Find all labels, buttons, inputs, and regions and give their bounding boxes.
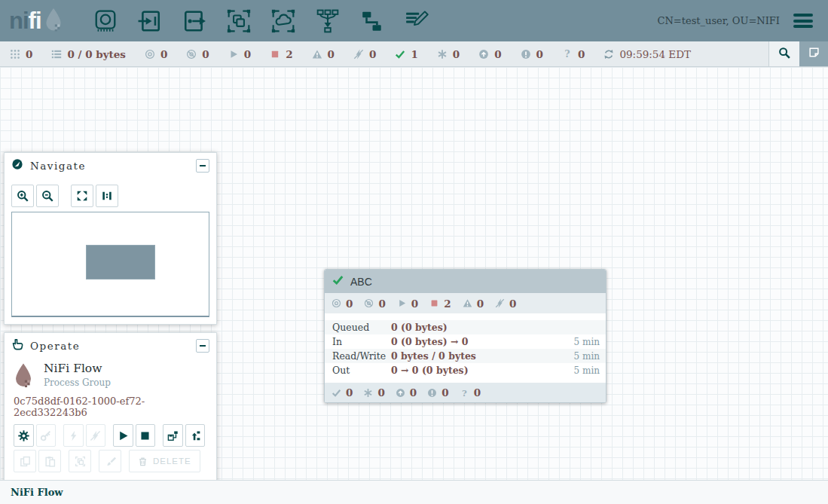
up-to-date-count: 1 [411,48,417,60]
status-stale: 0 [478,48,501,60]
upload-template-button[interactable] [185,424,206,447]
pg-row-queued: Queued 0 (0 bytes) [325,320,606,334]
group-button[interactable] [69,450,91,472]
bulletin-board-toggle[interactable] [799,41,828,66]
compass-icon [11,158,23,173]
in-value: 0 (0 bytes) → 0 [391,336,567,347]
zoom-out-button[interactable] [36,185,59,207]
refresh-icon[interactable] [603,49,614,60]
status-queued: 0 / 0 bytes [51,48,126,60]
disable-button[interactable] [86,424,106,447]
status-locally-modified: 0 [437,48,460,60]
input-port-icon[interactable] [138,9,162,33]
flow-canvas[interactable]: Navigate Operate NiF [0,67,828,480]
check-icon [332,388,341,398]
last-refresh-time: 09:59:54 EDT [619,48,691,60]
nifi-logo: nifi [9,8,63,35]
stop-button[interactable] [136,424,156,447]
status-disabled: 0 [353,48,376,60]
logo-text-fi: fi [29,9,41,32]
status-items: 0 0 / 0 bytes 0 0 0 2 [0,41,691,66]
search-button[interactable] [768,41,799,66]
sync-failure-question-icon: ? [562,49,573,60]
pg-transmitting-count: 0 [346,298,353,310]
running-icon [397,298,407,308]
invalid-warning-icon [463,298,472,308]
status-up-to-date: 1 [395,48,417,60]
status-invalid: 0 [312,48,335,60]
stopped-icon [429,298,439,308]
pg-stat-not-transmitting: 0 [364,298,385,310]
pg-stat-transmitting: 0 [332,298,353,310]
selected-component-id: 0c75d8df-0162-1000-ef72-2ecd332243b6 [5,393,216,424]
operate-collapse-button[interactable] [196,339,209,353]
copy-button[interactable] [14,450,36,472]
pg-running-count: 0 [411,298,418,310]
process-group-abc[interactable]: ABC 0 0 0 2 [324,269,606,403]
active-threads-count: 0 [26,48,32,60]
pg-locally-modified-and-stale: 0 [427,386,448,399]
create-template-button[interactable] [163,424,183,447]
note-icon [808,47,820,61]
selected-component-type: Process Group [44,377,111,388]
process-group-stats: 0 0 0 2 0 [325,293,606,313]
process-group-icon[interactable] [227,9,251,33]
not-transmitting-icon [186,49,197,60]
funnel-icon[interactable] [316,9,340,33]
template-icon[interactable] [360,9,384,33]
queued-count: 0 / 0 bytes [67,48,126,60]
pg-locally-modified-count: 0 [377,386,384,399]
breadcrumb-nifi-flow[interactable]: NiFi Flow [11,487,63,498]
up-to-date-check-icon [395,49,405,60]
stale-count: 0 [494,48,501,60]
threads-grid-icon [10,49,20,60]
operate-buttons-row-1 [5,424,216,447]
running-icon [228,49,239,60]
pg-spacer [325,377,606,383]
in-label: In [325,336,391,347]
zoom-actual-size-button[interactable] [96,185,118,207]
birdseye-minimap[interactable] [11,212,209,317]
status-refresh: 09:59:54 EDT [603,48,691,60]
transmitting-icon [145,49,155,60]
process-group-name: ABC [350,276,372,288]
operate-panel-header: Operate [5,333,216,357]
status-transmitting: 0 [145,48,167,60]
zoom-fit-button[interactable] [71,185,93,207]
nifi-app: nifi [0,0,828,504]
start-button[interactable] [113,424,133,447]
minimap-component-rect [86,245,155,279]
invalid-count: 0 [328,48,335,60]
sync-failure-count: 0 [578,48,585,60]
status-sync-failure: ? 0 [562,48,585,60]
trash-icon [138,457,148,466]
pg-stopped-count: 2 [444,298,451,310]
pg-not-transmitting-count: 0 [378,298,385,310]
pg-spacer [325,313,606,320]
paste-button[interactable] [38,450,61,472]
global-menu-button[interactable] [792,12,814,29]
not-transmitting-count: 0 [202,48,209,60]
pg-up-to-date: 0 [332,386,353,399]
access-policies-button[interactable] [36,424,57,447]
output-port-icon[interactable] [182,9,206,33]
configuration-button[interactable] [14,424,34,447]
flow-status-bar: 0 0 / 0 bytes 0 0 0 2 [0,41,828,67]
remote-process-group-icon[interactable] [271,9,295,33]
queued-label: Queued [325,322,391,333]
svg-text:?: ? [564,49,570,60]
search-icon [778,47,790,62]
navigate-panel: Navigate [4,152,217,325]
processor-icon[interactable] [93,9,118,33]
fill-color-button[interactable] [99,450,121,472]
label-icon[interactable] [405,9,429,33]
svg-text:?: ? [462,388,467,398]
navigate-collapse-button[interactable] [196,159,209,173]
out-window: 5 min [567,365,606,376]
transmitting-icon [332,298,341,308]
delete-button[interactable]: DELETE [129,450,200,472]
zoom-in-button[interactable] [11,185,34,207]
current-user: CN=test_user, OU=NIFI [658,15,781,26]
enable-button[interactable] [63,424,84,447]
navigate-tools [11,185,209,207]
